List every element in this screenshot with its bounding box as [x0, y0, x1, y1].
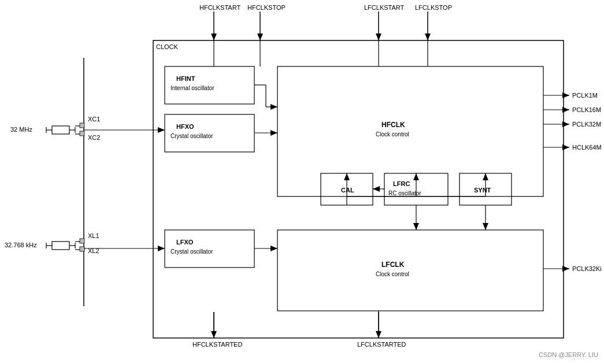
svg-rect-32 [80, 131, 84, 136]
svg-text:XC1: XC1 [88, 116, 100, 122]
svg-text:HFCLKSTARTED: HFCLKSTARTED [192, 341, 242, 348]
svg-marker-89 [483, 173, 488, 180]
svg-text:CAL: CAL [341, 187, 354, 194]
svg-marker-72 [562, 144, 569, 150]
svg-text:Internal oscillator: Internal oscillator [171, 85, 214, 91]
svg-text:HFINT: HFINT [176, 75, 195, 82]
svg-text:RC oscillator: RC oscillator [388, 190, 421, 196]
svg-marker-106 [562, 266, 569, 272]
svg-text:HCLK64M: HCLK64M [572, 144, 602, 151]
svg-marker-6 [257, 34, 263, 40]
svg-marker-82 [373, 186, 380, 192]
svg-rect-41 [80, 239, 84, 243]
svg-text:HFCLKSTART: HFCLKSTART [199, 4, 240, 11]
svg-text:32.768 kHz: 32.768 kHz [5, 242, 37, 248]
svg-marker-66 [562, 107, 569, 113]
svg-rect-0 [153, 40, 564, 338]
svg-rect-33 [52, 242, 69, 250]
svg-marker-69 [562, 121, 569, 127]
svg-marker-95 [158, 246, 165, 251]
svg-rect-29 [80, 123, 84, 128]
svg-rect-51 [277, 66, 543, 196]
svg-marker-63 [562, 92, 569, 98]
svg-rect-96 [277, 230, 543, 311]
svg-text:32 MHz: 32 MHz [10, 126, 32, 133]
svg-text:PCLK16M: PCLK16M [572, 106, 601, 113]
svg-marker-3 [211, 34, 217, 40]
svg-text:PCLK1M: PCLK1M [572, 92, 598, 99]
svg-text:LFCLKSTOP: LFCLKSTOP [415, 4, 452, 11]
svg-text:PCLK32M: PCLK32M [572, 121, 601, 128]
svg-marker-84 [344, 173, 350, 180]
svg-marker-87 [413, 173, 419, 180]
svg-text:XL1: XL1 [88, 232, 99, 239]
svg-marker-9 [376, 34, 381, 40]
svg-text:Clock control: Clock control [376, 131, 409, 138]
svg-marker-104 [483, 223, 488, 230]
svg-text:CLOCK: CLOCK [156, 43, 179, 50]
svg-marker-57 [270, 104, 277, 110]
watermark: CSDN @JERRY. LIU [539, 351, 598, 358]
svg-marker-12 [425, 34, 431, 40]
svg-rect-21 [52, 126, 69, 134]
svg-rect-44 [80, 247, 84, 251]
svg-text:LFCLK: LFCLK [381, 261, 405, 269]
svg-text:HFCLK: HFCLK [381, 121, 405, 129]
svg-text:HFXO: HFXO [176, 123, 194, 130]
svg-text:LFXO: LFXO [176, 239, 194, 246]
svg-text:Clock control: Clock control [376, 271, 409, 277]
svg-marker-100 [270, 246, 277, 251]
svg-text:SYNT: SYNT [474, 187, 491, 194]
svg-text:PCLK32Ki: PCLK32Ki [572, 265, 602, 272]
svg-text:LFRC: LFRC [393, 180, 410, 187]
svg-text:Crystal oscillator: Crystal oscillator [171, 133, 213, 139]
svg-text:LFCLKSTARTED: LFCLKSTARTED [357, 341, 406, 348]
svg-text:LFCLKSTART: LFCLKSTART [364, 4, 405, 11]
svg-marker-61 [158, 127, 165, 133]
svg-text:Crystal oscillator: Crystal oscillator [171, 248, 213, 255]
diagram-container: CLOCK HFCLKSTART HFCLKSTOP LFCLKSTART LF… [0, 0, 604, 364]
svg-marker-102 [413, 223, 419, 230]
svg-text:XC2: XC2 [88, 134, 100, 141]
svg-marker-59 [270, 130, 277, 136]
svg-text:HFCLKSTOP: HFCLKSTOP [247, 4, 286, 11]
